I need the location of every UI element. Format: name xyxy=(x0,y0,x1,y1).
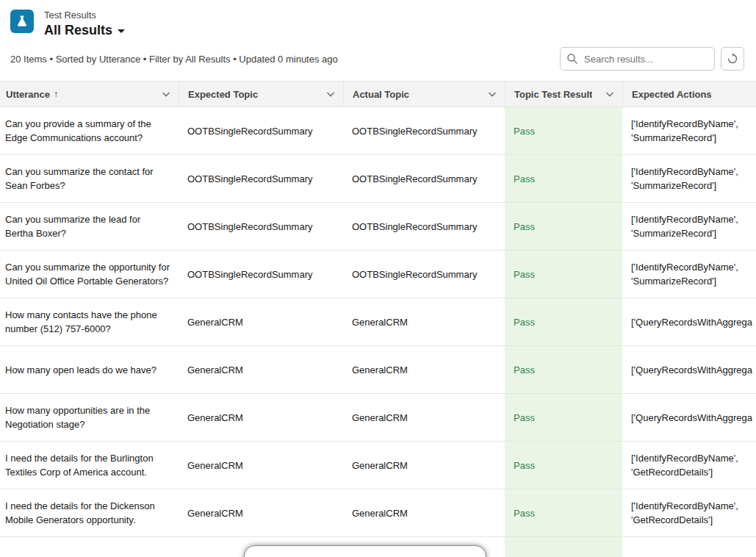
result-value: Pass xyxy=(514,411,535,425)
cell-topic-test-result: Pass xyxy=(505,489,622,536)
cell-expected-topic: GeneralCRM xyxy=(179,298,343,345)
cell-expected-topic: GeneralCRM xyxy=(179,489,343,536)
cell-actual-topic: OOTBSingleRecordSummary xyxy=(343,155,505,202)
table-row: Can you provide a summary of the Edge Co… xyxy=(0,107,756,155)
cell-actual-topic: OOTBSingleRecordSummary xyxy=(343,107,505,154)
cell-actual-topic: GeneralCRM xyxy=(343,442,505,489)
results-table: Utterance ↑ Expected Topic Actual Topic xyxy=(0,81,756,557)
cell-actual-topic: GeneralCRM xyxy=(343,346,505,393)
cell-topic-test-result: Pass xyxy=(505,394,622,441)
column-label: Actual Topic xyxy=(353,89,409,100)
table-row: How many contacts have the phone number … xyxy=(0,298,756,346)
column-header-actual-topic[interactable]: Actual Topic xyxy=(343,82,505,107)
cell-expected-actions: ['IdentifyRecordByName', 'SummarizeRecor… xyxy=(622,155,756,202)
search-input[interactable] xyxy=(560,47,715,71)
cell-expected-topic: GeneralCRM xyxy=(179,442,343,489)
result-value: Pass xyxy=(514,506,535,520)
entity-label: Test Results xyxy=(44,10,125,21)
cell-topic-test-result xyxy=(505,537,622,557)
toolbar-actions xyxy=(560,47,744,71)
refresh-icon xyxy=(727,53,738,65)
cell-expected-actions: ['IdentifyRecordByName', 'SummarizeRecor… xyxy=(622,251,756,298)
cell-actual-topic: GeneralCRM xyxy=(343,394,505,441)
cell-expected-topic: GeneralCRM xyxy=(179,346,343,393)
table-row: How many opportunities are in the Negoti… xyxy=(0,394,756,442)
sort-ascending-icon: ↑ xyxy=(54,89,58,99)
cell-topic-test-result: Pass xyxy=(505,442,622,489)
cell-expected-topic: OOTBSingleRecordSummary xyxy=(179,107,343,154)
chevron-down-icon xyxy=(118,29,125,33)
cell-expected-actions: ['IdentifyRecordByName', 'SummarizeRecor… xyxy=(622,203,756,250)
cell-expected-topic: OOTBSingleRecordSummary xyxy=(179,251,343,298)
result-value: Pass xyxy=(514,124,535,138)
table-row: I need the details for the Burlington Te… xyxy=(0,442,756,489)
column-menu-chevron-icon[interactable] xyxy=(486,87,499,101)
cell-actual-topic: OOTBSingleRecordSummary xyxy=(343,203,505,250)
cell-topic-test-result: Pass xyxy=(505,155,622,202)
cell-expected-actions: ['IdentifyRecordByName', 'GetRecordDetai… xyxy=(622,489,756,536)
result-value: Pass xyxy=(514,315,535,329)
cell-topic-test-result: Pass xyxy=(505,203,622,250)
cell-expected-actions: ['IdentifyRecordByName', 'GetRecordDetai… xyxy=(622,442,756,489)
list-view-selector[interactable]: All Results xyxy=(44,23,125,37)
result-value: Pass xyxy=(514,220,535,234)
result-value: Pass xyxy=(514,172,535,186)
table-row: Can you summarize the opportunity for Un… xyxy=(0,251,756,298)
cell-utterance: Can you summarize the contact for Sean F… xyxy=(0,155,179,202)
cell-utterance: How many open leads do we have? xyxy=(0,346,179,393)
cell-expected-actions: ['QueryRecordsWithAggrega xyxy=(622,394,756,441)
cell-expected-actions: ['IdentifyRecordByName', 'SummarizeRecor… xyxy=(622,107,756,154)
page-header: Test Results All Results xyxy=(0,0,756,43)
cell-utterance: I need the details for the Dickenson Mob… xyxy=(0,489,179,536)
result-value: Pass xyxy=(514,363,535,377)
cell-expected-topic: GeneralCRM xyxy=(179,394,343,441)
column-label: Topic Test Result xyxy=(514,89,592,100)
cell-utterance: I need the details for the lead Phyllis xyxy=(0,537,179,557)
column-header-expected-topic[interactable]: Expected Topic xyxy=(179,82,343,107)
column-header-utterance[interactable]: Utterance ↑ xyxy=(0,82,179,107)
flask-icon xyxy=(10,10,34,33)
search-box xyxy=(560,47,715,71)
cell-utterance: Can you summarize the lead for Bertha Bo… xyxy=(0,203,179,250)
list-toolbar: 20 Items • Sorted by Utterance • Filter … xyxy=(0,43,756,81)
column-header-topic-test-result[interactable]: Topic Test Result xyxy=(505,82,622,107)
table-header-row: Utterance ↑ Expected Topic Actual Topic xyxy=(0,81,756,107)
cell-topic-test-result: Pass xyxy=(505,107,622,154)
result-value: Pass xyxy=(514,267,535,281)
column-header-expected-actions[interactable]: Expected Actions xyxy=(622,82,756,107)
column-label: Expected Topic xyxy=(188,89,258,100)
page-title: All Results xyxy=(44,23,112,37)
cell-expected-actions: ['IdentifyRecordByName', xyxy=(622,537,756,557)
cell-expected-actions: ['QueryRecordsWithAggrega xyxy=(622,346,756,393)
column-menu-chevron-icon[interactable] xyxy=(159,87,173,101)
table-body: Can you provide a summary of the Edge Co… xyxy=(0,107,756,557)
table-row: Can you summarize the contact for Sean F… xyxy=(0,155,756,203)
result-value: Pass xyxy=(514,459,535,472)
cell-actual-topic: OOTBSingleRecordSummary xyxy=(343,251,505,298)
column-menu-chevron-icon[interactable] xyxy=(603,87,616,101)
cell-utterance: How many opportunities are in the Negoti… xyxy=(0,394,179,441)
docked-utility-bar[interactable] xyxy=(244,545,486,557)
cell-topic-test-result: Pass xyxy=(505,346,622,393)
cell-expected-actions: ['QueryRecordsWithAggrega xyxy=(622,298,756,345)
table-row: I need the details for the Dickenson Mob… xyxy=(0,489,756,537)
column-menu-chevron-icon[interactable] xyxy=(324,87,337,101)
cell-actual-topic: GeneralCRM xyxy=(343,489,505,536)
cell-utterance: Can you provide a summary of the Edge Co… xyxy=(0,107,179,154)
refresh-button[interactable] xyxy=(721,47,744,71)
column-label: Expected Actions xyxy=(632,89,712,100)
cell-expected-topic: OOTBSingleRecordSummary xyxy=(179,155,343,202)
cell-expected-topic: OOTBSingleRecordSummary xyxy=(179,203,343,250)
cell-utterance: How many contacts have the phone number … xyxy=(0,298,179,345)
cell-utterance: Can you summarize the opportunity for Un… xyxy=(0,251,179,298)
test-results-page: Test Results All Results 20 Items • Sort… xyxy=(0,0,756,557)
list-summary: 20 Items • Sorted by Utterance • Filter … xyxy=(10,54,338,65)
cell-topic-test-result: Pass xyxy=(505,298,622,345)
title-block: Test Results All Results xyxy=(44,10,125,37)
column-label: Utterance xyxy=(6,89,50,100)
table-row: How many open leads do we have? GeneralC… xyxy=(0,346,756,394)
table-row: Can you summarize the lead for Bertha Bo… xyxy=(0,203,756,251)
cell-topic-test-result: Pass xyxy=(505,251,622,298)
cell-utterance: I need the details for the Burlington Te… xyxy=(0,442,179,489)
cell-actual-topic: GeneralCRM xyxy=(343,298,505,345)
